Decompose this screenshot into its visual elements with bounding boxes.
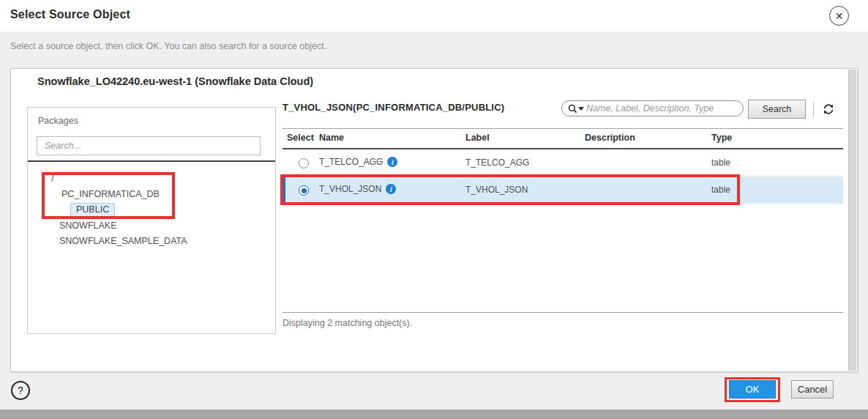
tree-item-snowflake-sample-data[interactable]: SNOWFLAKE_SAMPLE_DATA [59,236,187,246]
table-row-t-vhol-json-selected[interactable]: T_VHOL_JSON i T_VHOL_JSON table [283,177,843,204]
column-header-type: Type [711,133,732,143]
search-filter-control[interactable] [568,104,584,114]
close-button[interactable]: ✕ [829,6,849,26]
help-icon: ? [18,385,23,396]
vertical-scrollbar[interactable] [848,70,856,371]
info-icon[interactable]: i [386,184,396,194]
column-header-name: Name [319,133,344,143]
refresh-button[interactable] [820,101,837,117]
search-icon [568,104,577,114]
column-header-label: Label [465,133,490,143]
table-header-rule [283,148,843,149]
results-bottom-rule [283,312,843,313]
tree-item-root[interactable]: / [51,174,53,184]
help-button[interactable]: ? [11,381,30,400]
status-text: Displaying 2 matching object(s). [283,318,412,328]
object-search-input[interactable] [586,103,737,114]
dialog-title: Select Source Object [10,8,130,21]
column-header-select: Select [287,133,314,143]
packages-search-input[interactable] [37,136,261,155]
table-header-row: Select Name Label Description Type [283,133,843,148]
results-top-rule [283,128,843,129]
tree-item-snowflake[interactable]: SNOWFLAKE [59,220,117,231]
info-icon[interactable]: i [387,157,397,167]
ok-button[interactable]: OK [729,380,776,398]
refresh-icon [821,102,836,116]
connection-title: Snowflake_LO42240.eu-west-1 (Snowflake D… [37,75,313,87]
results-title: T_VHOL_JSON(PC_INFORMATICA_DB/PUBLIC) [283,102,504,113]
object-name: T_VHOL_JSON [319,184,381,194]
radio-t-telco-agg[interactable] [299,158,309,168]
toolbar-divider [813,102,814,117]
search-button[interactable]: Search [748,100,806,119]
tree-item-pc-informatica-db[interactable]: PC_INFORMATICA_DB [61,189,160,199]
tree-item-public-selected[interactable]: PUBLIC [70,203,115,217]
column-header-description: Description [585,133,635,143]
dialog-subtitle: Select a source object, then click OK. Y… [10,41,326,51]
page-bottom-strip [0,409,868,419]
object-label-cell: T_VHOL_JSON [465,185,528,195]
object-search-box[interactable] [561,100,744,116]
radio-t-vhol-json[interactable] [299,185,309,196]
close-icon: ✕ [835,10,844,21]
object-name-cell: T_TELCO_AGG i [319,157,397,167]
object-type-cell: table [711,185,730,195]
packages-label: Packages [38,116,78,126]
object-name: T_TELCO_AGG [319,157,383,167]
chevron-down-icon [578,107,584,111]
selected-row-indicator [283,177,285,204]
object-label-cell: T_TELCO_AGG [465,157,529,168]
table-row-t-telco-agg[interactable]: T_TELCO_AGG i T_TELCO_AGG table [283,150,843,177]
object-type-cell: table [711,157,730,168]
cancel-button[interactable]: Cancel [791,380,834,398]
object-name-cell: T_VHOL_JSON i [319,184,396,194]
packages-divider [28,160,275,162]
